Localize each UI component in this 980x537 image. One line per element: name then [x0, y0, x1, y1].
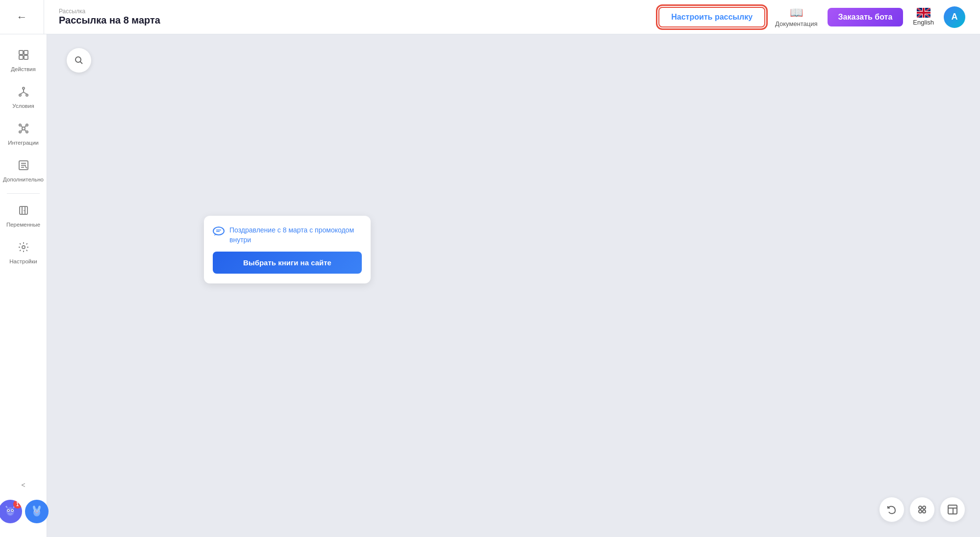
order-bot-button[interactable]: Заказать бота — [828, 8, 904, 26]
bot-avatars: 1 — [0, 494, 52, 529]
svg-line-14 — [24, 92, 27, 94]
bot-avatar-purple[interactable]: 1 — [0, 500, 22, 523]
group-icon — [917, 504, 928, 515]
svg-rect-8 — [24, 55, 28, 59]
svg-line-13 — [20, 92, 24, 94]
integrations-icon — [18, 123, 29, 137]
svg-line-22 — [21, 129, 23, 131]
bottom-toolbar — [879, 497, 965, 522]
svg-point-60 — [923, 510, 926, 513]
sidebar-divider — [7, 193, 40, 194]
svg-line-23 — [25, 129, 26, 131]
header: ← Рассылка Рассылка на 8 марта Настроить… — [0, 0, 980, 34]
header-actions: Настроить рассылку 📖 Документация Заказа… — [658, 6, 980, 28]
breadcrumb: Рассылка — [59, 8, 644, 15]
sidebar-label-conditions: Условия — [12, 103, 34, 109]
svg-point-54 — [213, 227, 224, 235]
configure-broadcast-button[interactable]: Настроить рассылку — [658, 7, 765, 27]
main-canvas: Поздравление с 8 марта с промокодом внут… — [47, 34, 980, 537]
sidebar-collapse-button[interactable]: < — [0, 476, 47, 494]
extra-icon — [18, 159, 29, 174]
svg-rect-6 — [24, 51, 28, 54]
panel-button[interactable] — [940, 497, 965, 522]
bot-avatar-blue[interactable] — [25, 500, 49, 523]
message-bubble-icon — [213, 226, 225, 239]
group-button[interactable] — [909, 497, 935, 522]
documentation-label: Документация — [775, 20, 818, 27]
svg-point-52 — [75, 57, 81, 62]
conditions-icon — [18, 86, 29, 101]
message-text-row: Поздравление с 8 марта с промокодом внут… — [213, 226, 362, 245]
language-selector[interactable]: English — [913, 8, 934, 26]
english-flag-icon — [917, 8, 930, 18]
svg-rect-7 — [19, 55, 23, 59]
svg-point-16 — [19, 124, 21, 126]
sidebar-item-actions[interactable]: Действия — [0, 42, 47, 79]
undo-icon — [886, 504, 897, 515]
page-title: Рассылка на 8 марта — [59, 15, 644, 26]
header-title-area: Рассылка Рассылка на 8 марта — [44, 8, 658, 26]
book-icon: 📖 — [790, 6, 803, 19]
sidebar-label-extra: Дополнительно — [3, 177, 44, 182]
svg-rect-4 — [917, 12, 930, 14]
svg-point-57 — [919, 506, 922, 509]
rabbit-icon — [29, 504, 44, 519]
message-card: Поздравление с 8 марта с промокодом внут… — [204, 216, 371, 283]
panel-icon — [947, 504, 958, 515]
notification-badge: 1 — [13, 500, 22, 509]
svg-point-41 — [5, 506, 7, 508]
sidebar-label-integrations: Интеграции — [8, 140, 39, 146]
sidebar-label-settings: Настройки — [9, 258, 37, 264]
settings-icon — [18, 241, 29, 256]
svg-point-59 — [919, 510, 922, 513]
svg-point-49 — [35, 511, 36, 511]
actions-icon — [18, 49, 29, 64]
sidebar-item-variables[interactable]: × Переменные — [0, 198, 47, 234]
svg-point-19 — [26, 131, 28, 133]
sidebar-label-variables: Переменные — [6, 222, 40, 228]
undo-button[interactable] — [879, 497, 905, 522]
documentation-link[interactable]: 📖 Документация — [775, 6, 818, 27]
svg-line-21 — [25, 126, 26, 128]
svg-point-58 — [923, 506, 926, 509]
search-button[interactable] — [67, 48, 91, 73]
svg-point-38 — [11, 510, 12, 511]
svg-line-20 — [21, 126, 23, 128]
sidebar: Действия Условия — [0, 34, 47, 537]
svg-point-51 — [36, 512, 38, 513]
sidebar-item-conditions[interactable]: Условия — [0, 79, 47, 116]
search-icon — [74, 55, 84, 65]
sidebar-label-actions: Действия — [11, 66, 35, 72]
back-button[interactable]: ← — [0, 0, 44, 34]
message-text-content: Поздравление с 8 марта с промокодом внут… — [229, 226, 362, 245]
svg-rect-5 — [19, 51, 23, 54]
svg-point-10 — [19, 94, 21, 96]
svg-point-37 — [7, 510, 8, 511]
svg-point-18 — [19, 131, 21, 133]
variables-icon: × — [18, 205, 29, 219]
sidebar-item-settings[interactable]: Настройки — [0, 234, 47, 271]
svg-text:×: × — [23, 208, 25, 213]
language-label: English — [913, 19, 934, 26]
user-avatar[interactable]: A — [944, 6, 965, 28]
sidebar-item-integrations[interactable]: Интеграции — [0, 116, 47, 153]
svg-point-9 — [23, 87, 25, 89]
svg-point-17 — [26, 124, 28, 126]
svg-point-50 — [38, 511, 39, 511]
svg-point-34 — [6, 507, 14, 516]
chat-icon — [213, 226, 225, 237]
svg-line-53 — [80, 62, 83, 64]
svg-point-32 — [22, 246, 25, 249]
sidebar-item-extra[interactable]: Дополнительно — [0, 153, 47, 189]
choose-books-button[interactable]: Выбрать книги на сайте — [213, 252, 362, 274]
svg-point-11 — [26, 94, 28, 96]
sidebar-bottom: < 1 — [0, 476, 47, 529]
